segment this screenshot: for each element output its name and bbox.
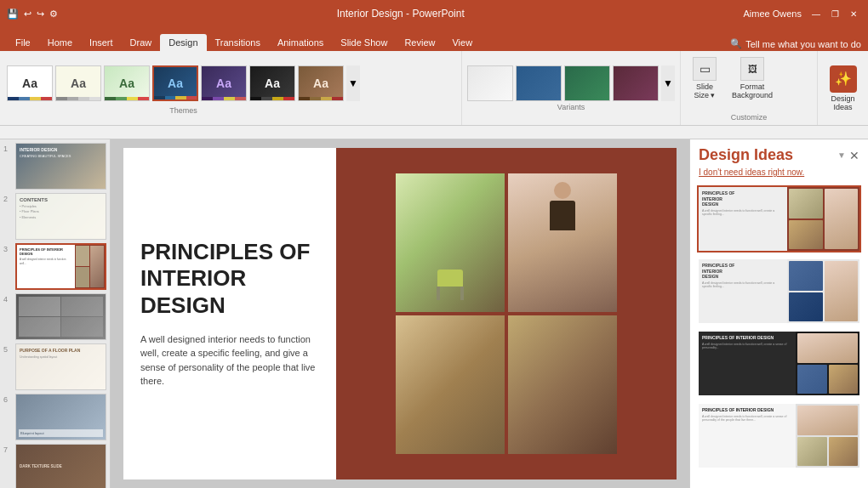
slide-preview-6[interactable]: Blueprint layout [15,394,106,440]
slide-preview-4[interactable] [15,293,106,340]
slide-thumb-7[interactable]: 7 Dark texture slide [3,444,106,488]
ribbon: Aa Aa Aa [0,51,868,126]
customize-qat-icon[interactable]: ⚙ [49,9,58,20]
design-ideas-ribbon-button[interactable]: ✨ Design Ideas [817,51,868,125]
format-bg-sublabel: Background [732,91,773,99]
theme-4[interactable]: Aa [152,65,198,101]
slide-size-icon: ▭ [693,57,717,81]
tab-draw[interactable]: Draw [122,34,161,51]
window-title: Interior Design - PowerPoint [58,8,744,20]
slide-preview-3[interactable]: PRINCIPLES OF INTERIOR DESIGN A well des… [15,243,106,290]
slide-left-panel: PRINCIPLES OF INTERIOR DESIGN A well des… [123,148,336,479]
window-controls: — ❐ ✕ [808,6,861,21]
theme-3[interactable]: Aa [104,65,150,101]
design-ideas-list: PRINCIPLES OFINTERIORDESIGN A well desig… [690,182,868,488]
slide-size-label: Slide [696,82,713,91]
tab-slideshow[interactable]: Slide Show [332,34,396,51]
theme-1[interactable]: Aa [7,65,53,101]
maximize-button[interactable]: ❐ [827,6,842,21]
themes-more-button[interactable]: ▼ [346,65,360,101]
slide-preview-5[interactable]: PURPOSE OF A FLOOR PLAN Understanding sp… [15,343,106,390]
variant-4[interactable] [613,65,659,101]
design-idea-2-text: PRINCIPLES OFINTERIORDESIGN A well desig… [699,259,787,323]
slide-thumb-4[interactable]: 4 [3,293,106,340]
design-idea-1-photos [787,187,859,251]
variant-2[interactable] [516,65,562,101]
design-idea-2[interactable]: PRINCIPLES OFINTERIORDESIGN A well desig… [697,258,861,325]
slide-size-button[interactable]: ▭ Slide Size ▾ [688,54,722,102]
design-idea-thumb-1: PRINCIPLES OFINTERIORDESIGN A well desig… [699,187,859,251]
tab-home[interactable]: Home [39,34,81,51]
slide-thumb-2[interactable]: 2 CONTENTS • Principles• Floor Plans• El… [3,193,106,240]
design-idea-4-text: PRINCIPLES OF INTERIOR DESIGN A well des… [699,404,796,468]
slide-number-7: 7 [3,445,12,454]
theme-5[interactable]: Aa [201,65,247,101]
slide-preview-7[interactable]: Dark texture slide [15,444,106,488]
slide-thumb-5[interactable]: 5 PURPOSE OF A FLOOR PLAN Understanding … [3,343,106,390]
design-idea-4[interactable]: PRINCIPLES OF INTERIOR DESIGN A well des… [697,402,861,469]
design-idea-thumb-2: PRINCIPLES OFINTERIORDESIGN A well desig… [699,259,859,323]
format-background-button[interactable]: 🖼 Format Background [727,54,778,102]
undo-icon[interactable]: ↩ [24,9,31,20]
format-bg-icon: 🖼 [740,57,764,81]
theme-7[interactable]: Aa [298,65,344,101]
minimize-button[interactable]: — [808,6,824,21]
design-panel-title: Design Ideas [699,146,793,164]
search-bar[interactable]: 🔍 Tell me what you want to do [723,37,868,51]
design-panel-header: Design Ideas ▼ ✕ [690,139,868,167]
slide-number-6: 6 [3,395,12,404]
tab-view[interactable]: View [443,34,481,51]
design-idea-3-photos [796,332,859,395]
redo-icon[interactable]: ↪ [37,9,44,20]
slide-panel: 1 INTERIOR DESIGNCreating beautiful spac… [0,139,111,488]
slide-number-4: 4 [3,295,12,304]
ribbon-customize-section: ▭ Slide Size ▾ 🖼 Format Background Custo… [681,51,817,125]
slide-thumb-6[interactable]: 6 Blueprint layout [3,394,106,440]
search-text: Tell me what you want to do [745,39,861,49]
slide-thumb-1[interactable]: 1 INTERIOR DESIGNCreating beautiful spac… [3,143,106,190]
tabs-bar: File Home Insert Draw Design Transitions… [0,27,868,51]
slide-preview-1[interactable]: INTERIOR DESIGNCreating beautiful spaces [15,143,106,190]
theme-2[interactable]: Aa [55,65,101,101]
slide-size-sublabel: Size ▾ [694,91,715,99]
title-bar-left-icons: 💾 ↩ ↪ ⚙ [7,9,58,20]
slide-thumb-3[interactable]: 3 PRINCIPLES OF INTERIOR DESIGN A well d… [3,243,106,290]
slide-number-1: 1 [3,145,12,153]
tab-animations[interactable]: Animations [269,34,332,51]
design-idea-1[interactable]: PRINCIPLES OFINTERIORDESIGN A well desig… [697,185,861,253]
ribbon-variants-section: ▼ Variants [462,51,681,125]
design-ideas-label: Design [831,94,854,103]
design-idea-thumb-4: PRINCIPLES OF INTERIOR DESIGN A well des… [699,404,859,468]
save-icon[interactable]: 💾 [7,9,19,20]
tab-file[interactable]: File [7,34,39,51]
design-ideas-icon: ✨ [830,65,857,93]
tab-design[interactable]: Design [160,34,206,51]
theme-6[interactable]: Aa [249,65,295,101]
tab-transitions[interactable]: Transitions [207,34,269,51]
slide-number-2: 2 [3,195,12,203]
variant-1[interactable] [467,65,513,101]
photo-detail [508,315,617,454]
variants-label: Variants [467,101,675,111]
design-idea-3[interactable]: PRINCIPLES OF INTERIOR DESIGN A well des… [697,330,861,397]
slide-title: PRINCIPLES OF INTERIOR DESIGN [140,239,319,319]
variant-3[interactable] [564,65,610,101]
design-panel-chevron-icon[interactable]: ▼ [837,150,846,160]
design-panel-dismiss-link[interactable]: I don't need ideas right now. [690,167,868,182]
slide-canvas: PRINCIPLES OF INTERIOR DESIGN A well des… [123,148,677,479]
tab-review[interactable]: Review [396,34,443,51]
slide-preview-2[interactable]: CONTENTS • Principles• Floor Plans• Elem… [15,193,106,240]
slide-number-3: 3 [3,245,12,253]
close-button[interactable]: ✕ [846,6,861,21]
main-area: 1 INTERIOR DESIGNCreating beautiful spac… [0,139,868,488]
customize-label: Customize [688,111,810,122]
slide-number-5: 5 [3,345,12,354]
design-ideas-sublabel: Ideas [833,103,852,111]
tab-insert[interactable]: Insert [81,34,122,51]
slide-right-panel [336,148,677,479]
variants-more-button[interactable]: ▼ [661,65,675,101]
themes-group: Aa Aa Aa [5,62,362,115]
design-panel-close-button[interactable]: ✕ [849,149,859,162]
photo-chair [396,173,505,312]
design-idea-2-photos [787,259,859,323]
